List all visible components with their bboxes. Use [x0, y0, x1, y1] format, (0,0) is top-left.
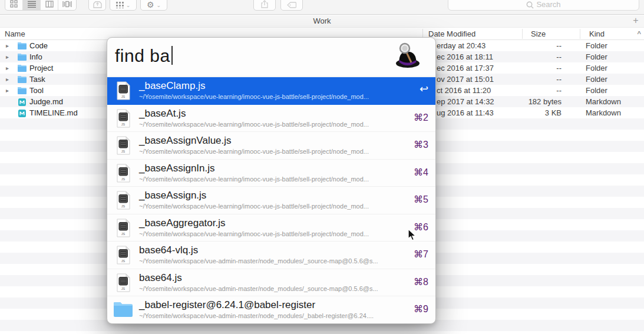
js-file-icon: JS	[113, 245, 133, 267]
shortcut-label: ⌘7	[414, 249, 428, 260]
file-date: ov 2017 at 15:01	[437, 74, 494, 85]
file-size: 182 bytes	[495, 96, 562, 107]
js-file-icon: JS	[113, 273, 133, 295]
result-title: base64-vlq.js	[139, 244, 198, 256]
svg-text:JS: JS	[121, 95, 126, 98]
tags-button[interactable]	[280, 0, 303, 11]
action-button[interactable]: ⚙ ⌄	[140, 0, 167, 11]
shortcut-label: ⌘5	[414, 194, 428, 205]
share-button[interactable]	[253, 0, 276, 11]
result-title: _baseAssignIn.js	[139, 163, 215, 174]
return-icon: ↩	[420, 82, 428, 95]
file-kind: Markdown	[586, 96, 621, 107]
icon-view-icon	[10, 0, 18, 8]
view-mode-segmented-control	[5, 0, 77, 11]
disclosure-triangle-icon[interactable]: ▸	[6, 40, 9, 51]
search-icon	[526, 1, 534, 9]
file-size: 3 KB	[495, 107, 562, 118]
chevron-down-icon: ⌄	[126, 2, 131, 8]
alfred-result-row[interactable]: JS _baseAggregator.js ~/Yosemite/workspa…	[107, 214, 435, 242]
alfred-result-row[interactable]: JS _baseClamp.js ~/Yosemite/workspace/vu…	[107, 77, 435, 105]
result-title: _baseAssign.js	[139, 190, 206, 201]
js-file-icon: JS	[113, 218, 133, 240]
finder-toolbar: ⌄ ⚙ ⌄ Search	[0, 0, 644, 15]
sort-ascending-icon[interactable]: ^	[638, 28, 641, 40]
file-size: --	[495, 51, 562, 62]
alfred-result-row[interactable]: JS _baseAssignValue.js ~/Yosemite/worksp…	[107, 132, 435, 160]
file-date: ct 2016 at 11:20	[437, 85, 491, 96]
icon-view-button[interactable]	[5, 0, 23, 10]
result-title: _baseAt.js	[139, 108, 186, 120]
svg-text:JS: JS	[121, 259, 126, 263]
file-kind: Folder	[586, 85, 607, 96]
group-icon	[116, 1, 124, 8]
disclosure-triangle-icon[interactable]: ▸	[6, 51, 9, 62]
column-divider[interactable]	[522, 29, 523, 39]
column-view-button[interactable]	[41, 0, 58, 10]
group-button[interactable]: ⌄	[110, 0, 137, 11]
alfred-query-input[interactable]: find ba	[115, 46, 173, 66]
result-path: ~/Yosemite/workspace/vue-admin-master/no…	[139, 257, 378, 264]
list-view-button[interactable]	[23, 0, 41, 10]
page-title: Work	[313, 16, 331, 25]
disclosure-triangle-icon[interactable]: ▸	[6, 85, 9, 96]
alfred-hat-icon	[393, 42, 421, 69]
alfred-launcher-panel: find ba JS _baseClamp.js ~/Yosemite/work…	[107, 37, 436, 324]
svg-text:JS: JS	[121, 150, 126, 153]
file-name: Info	[29, 51, 42, 62]
column-divider[interactable]	[580, 29, 580, 39]
result-path: ~/Yosemite/workspace/vue-learning/imooc-…	[139, 230, 369, 237]
result-title: _baseClamp.js	[139, 80, 205, 92]
disclosure-triangle-icon[interactable]: ▸	[6, 62, 9, 74]
svg-text:JS: JS	[121, 286, 126, 290]
result-path: ~/Yosemite/workspace/vue-learning/imooc-…	[139, 176, 369, 183]
disclosure-triangle-icon[interactable]: ▸	[6, 74, 9, 85]
js-file-icon: JS	[113, 81, 133, 103]
move-button[interactable]	[88, 0, 106, 11]
alfred-result-row[interactable]: JS base64-vlq.js ~/Yosemite/workspace/vu…	[107, 242, 435, 269]
file-size: --	[495, 85, 562, 96]
alfred-query-text: find ba	[115, 46, 170, 65]
result-title: _baseAssignValue.js	[139, 135, 232, 147]
file-size: --	[495, 40, 562, 51]
file-name: Tool	[29, 85, 44, 96]
column-header-date-modified[interactable]: Date Modified	[428, 28, 475, 40]
result-path: ~/Yosemite/workspace/vue-learning/imooc-…	[139, 93, 369, 100]
new-tab-button[interactable]: +	[630, 15, 641, 27]
coverflow-view-icon	[62, 1, 72, 8]
search-input[interactable]: Search	[448, 0, 639, 11]
shortcut-label: ⌘2	[414, 112, 428, 123]
alfred-result-row[interactable]: JS _baseAt.js ~/Yosemite/workspace/vue-l…	[107, 105, 435, 133]
markdown-file-icon	[18, 109, 26, 120]
result-path: ~/Yosemite/workspace/vue-learning/imooc-…	[139, 148, 369, 155]
column-header-kind[interactable]: Kind	[589, 28, 605, 40]
file-name: TIMELINE.md	[29, 107, 78, 118]
file-date: ep 2017 at 14:32	[437, 96, 494, 107]
shortcut-label: ⌘3	[414, 139, 428, 150]
file-date: erday at 20:43	[437, 40, 486, 51]
tag-icon	[287, 2, 296, 8]
result-path: ~/Yosemite/workspace/vue-admin-master/no…	[139, 312, 374, 319]
result-title: _baseAggregator.js	[139, 217, 226, 229]
file-kind: Markdown	[586, 107, 621, 118]
alfred-query-bar[interactable]: find ba	[107, 38, 435, 77]
chevron-down-icon: ⌄	[157, 2, 161, 8]
coverflow-view-button[interactable]	[58, 0, 76, 10]
alfred-result-row[interactable]: _babel-register@6.24.1@babel-register ~/…	[107, 296, 435, 324]
window-title-bar: Work	[0, 15, 644, 27]
alfred-result-row[interactable]: JS base64.js ~/Yosemite/workspace/vue-ad…	[107, 269, 435, 297]
result-title: base64.js	[139, 272, 182, 284]
js-file-icon: JS	[113, 135, 133, 158]
svg-text:JS: JS	[121, 204, 126, 208]
column-header-size[interactable]: Size	[531, 28, 546, 40]
svg-text:JS: JS	[121, 122, 126, 125]
shortcut-label: ⌘9	[414, 303, 428, 315]
text-cursor	[171, 46, 173, 65]
column-header-name[interactable]: Name	[5, 28, 25, 40]
file-date: ec 2016 at 17:37	[437, 62, 494, 74]
alfred-result-row[interactable]: JS _baseAssign.js ~/Yosemite/workspace/v…	[107, 187, 435, 214]
file-size: --	[495, 62, 562, 74]
result-title: _babel-register@6.24.1@babel-register	[139, 299, 315, 311]
svg-text:JS: JS	[121, 177, 126, 180]
alfred-result-row[interactable]: JS _baseAssignIn.js ~/Yosemite/workspace…	[107, 160, 435, 187]
